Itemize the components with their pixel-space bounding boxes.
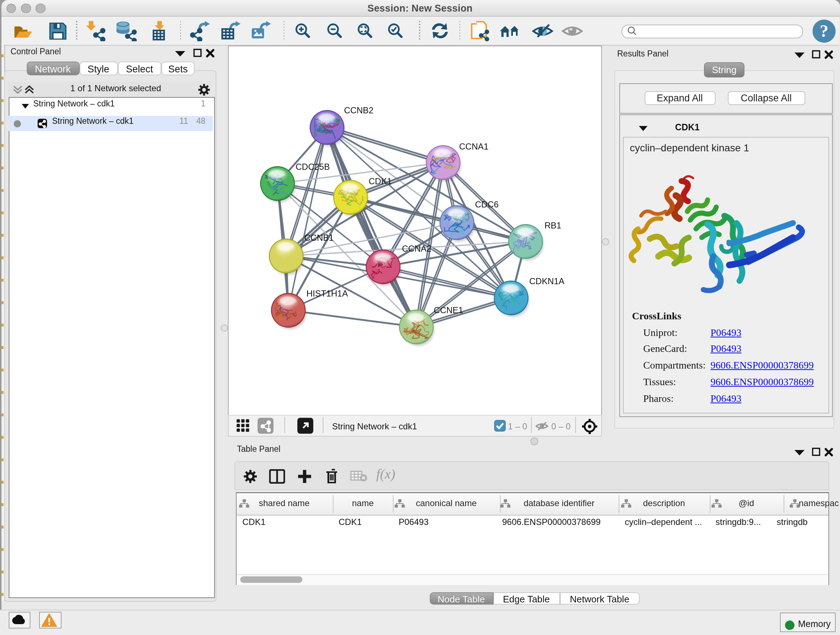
svg-text:CCNA1: CCNA1 bbox=[459, 141, 488, 151]
svg-text:RB1: RB1 bbox=[544, 220, 561, 230]
svg-text:CCNE1: CCNE1 bbox=[433, 305, 463, 315]
svg-text:CCNA2: CCNA2 bbox=[401, 243, 431, 253]
svg-text:CDKN1A: CDKN1A bbox=[529, 276, 564, 286]
svg-text:CDK1: CDK1 bbox=[368, 176, 392, 186]
svg-text:?: ? bbox=[819, 21, 828, 41]
svg-text:CCNB2: CCNB2 bbox=[344, 105, 373, 115]
svg-text:CDC25B: CDC25B bbox=[295, 162, 330, 171]
svg-text:HIST1H1A: HIST1H1A bbox=[306, 288, 347, 298]
svg-text:CDC6: CDC6 bbox=[475, 199, 498, 209]
svg-text:CCNB1: CCNB1 bbox=[304, 233, 333, 242]
